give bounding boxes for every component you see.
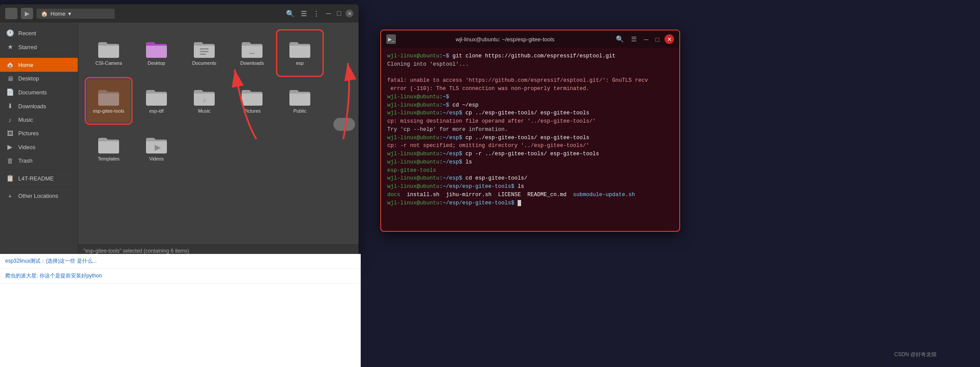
sidebar-item-label: Pictures <box>18 130 39 137</box>
sidebar-item-other-locations[interactable]: + Other Locations <box>0 189 78 203</box>
file-item-esp-gitee-tools[interactable]: esp-gitee-tools <box>87 79 130 123</box>
recent-icon: 🕐 <box>6 29 14 37</box>
back-button[interactable]: ◀ <box>5 8 17 19</box>
file-label: esp-idf <box>149 108 163 114</box>
terminal-line <box>387 69 673 77</box>
csdn-text: CSDN @好奇龙猫 <box>894 351 937 357</box>
file-label: Public <box>293 108 306 114</box>
file-label: Documents <box>192 60 216 66</box>
sidebar-item-pictures[interactable]: 🖼 Pictures <box>0 127 78 140</box>
music-icon: ♪ <box>6 116 14 123</box>
sidebar-item-documents[interactable]: 📄 Documents <box>0 85 78 99</box>
sidebar-item-videos[interactable]: ▶ Videos <box>0 140 78 154</box>
terminal-line: error (-110): The TLS connection was non… <box>387 85 673 93</box>
file-item-desktop[interactable]: Desktop <box>135 31 178 75</box>
minimize-button[interactable]: ─ <box>324 8 332 19</box>
file-label: esp-gitee-tools <box>93 108 124 114</box>
terminal-minimize-button[interactable]: ─ <box>642 35 650 44</box>
location-bar[interactable]: 🏠 Home ▾ <box>37 9 115 19</box>
folder-icon <box>145 87 168 107</box>
sidebar-item-label: Music <box>18 117 33 123</box>
folder-icon <box>97 40 120 59</box>
terminal-line: docs install.sh jihu-mirror.sh LICENSE R… <box>387 191 673 199</box>
sidebar-item-starred[interactable]: ★ Starred <box>0 40 78 54</box>
sidebar-item-home[interactable]: 🏠 Home <box>0 58 78 72</box>
sidebar: 🕐 Recent ★ Starred 🏠 Home 🖥 Desktop 📄 Do… <box>0 23 78 257</box>
dropdown-arrow: ▾ <box>68 10 71 17</box>
sidebar-item-downloads[interactable]: ⬇ Downloads <box>0 99 78 113</box>
terminal-line: Cloning into 'esptool'... <box>387 60 673 69</box>
file-item-documents[interactable]: Documents <box>183 31 226 75</box>
sidebar-divider <box>4 56 73 56</box>
file-item-esp-idf[interactable]: esp-idf <box>135 79 178 123</box>
file-item-videos[interactable]: Videos <box>135 127 178 170</box>
file-manager-body: 🕐 Recent ★ Starred 🏠 Home 🖥 Desktop 📄 Do… <box>0 23 359 257</box>
svg-rect-0 <box>200 48 209 50</box>
videos-icon: ▶ <box>6 143 14 151</box>
file-label: Templates <box>98 156 120 162</box>
terminal-line: wjl-linux@ubuntu:~$ cd ~/esp <box>387 101 673 110</box>
file-item-templates[interactable]: Templates <box>87 127 130 170</box>
forward-button[interactable]: ▶ <box>21 8 33 19</box>
file-label: Desktop <box>148 60 165 66</box>
sidebar-item-label: Starred <box>18 44 37 50</box>
file-item-pictures[interactable]: Pictures <box>230 79 274 123</box>
maximize-button[interactable]: □ <box>335 8 343 19</box>
terminal-close-button[interactable]: ✕ <box>664 34 674 44</box>
sidebar-item-recent[interactable]: 🕐 Recent <box>0 26 78 40</box>
file-label: Music <box>198 108 211 114</box>
terminal-title: wjl-linux@ubuntu: ~/esp/esp-gitee-tools <box>399 36 611 43</box>
grid-view-button[interactable]: ⋮ <box>311 8 322 20</box>
location-text: Home <box>50 10 66 17</box>
folder-icon <box>289 87 311 107</box>
trash-icon: 🗑 <box>6 157 14 164</box>
file-manager-window: ◀ ▶ 🏠 Home ▾ 🔍 ☰ ⋮ ─ □ ✕ 🕐 Recent ★ Star… <box>0 4 359 257</box>
terminal-line: fatal: unable to access 'https://github.… <box>387 77 673 85</box>
pictures-icon: 🖼 <box>6 130 14 137</box>
file-grid: CSI-Camera Desktop <box>78 23 359 244</box>
sidebar-item-l4t-readme[interactable]: 📋 L4T-README <box>0 171 78 185</box>
terminal-line: esp-gitee-tools <box>387 167 673 175</box>
sidebar-item-desktop[interactable]: 🖥 Desktop <box>0 72 78 85</box>
file-item-esp[interactable]: esp <box>278 31 322 75</box>
terminal-line: wjl-linux@ubuntu:~/esp$ cd esp-gitee-too… <box>387 174 673 183</box>
file-item-downloads[interactable]: Downloads <box>230 31 274 75</box>
terminal-line: wjl-linux@ubuntu:~/esp/esp-gitee-tools$ … <box>387 183 673 191</box>
terminal-maximize-button[interactable]: □ <box>654 35 661 44</box>
terminal-menu-button[interactable]: ☰ <box>629 34 638 44</box>
folder-icon <box>145 40 168 59</box>
sidebar-item-label: Downloads <box>18 103 46 110</box>
file-label: Videos <box>149 156 163 162</box>
file-label: Downloads <box>240 60 264 66</box>
file-label: Pictures <box>243 108 261 114</box>
sidebar-item-label: L4T-README <box>18 175 54 182</box>
sidebar-item-trash[interactable]: 🗑 Trash <box>0 154 78 167</box>
sidebar-item-label: Home <box>18 62 33 68</box>
view-options-button[interactable]: ☰ <box>299 8 309 20</box>
terminal-line: wjl-linux@ubuntu:~/esp$ cp ../esp-gitee-… <box>387 109 673 117</box>
statusbar-text: "esp-gitee-tools" selected (containing 6… <box>83 248 189 254</box>
titlebar-icons: 🔍 ☰ ⋮ ─ □ ✕ <box>284 8 353 20</box>
file-item-csi-camera[interactable]: CSI-Camera <box>87 31 130 75</box>
sidebar-item-label: Documents <box>18 89 47 96</box>
svg-text:♪: ♪ <box>203 96 206 103</box>
terminal-line: Try 'cp --help' for more information. <box>387 126 673 134</box>
file-manager-titlebar: ◀ ▶ 🏠 Home ▾ 🔍 ☰ ⋮ ─ □ ✕ <box>0 4 359 23</box>
blog-item-title[interactable]: 爬虫的派大星: 你这个是提前安装好python <box>5 273 102 279</box>
terminal-app-icon: ▶_ <box>386 34 396 44</box>
folder-icon <box>289 40 311 59</box>
file-item-public[interactable]: Public <box>278 79 322 123</box>
terminal-line: wjl-linux@ubuntu:~/esp$ ls <box>387 158 673 167</box>
terminal-titlebar: ▶_ wjl-linux@ubuntu: ~/esp/esp-gitee-too… <box>381 30 679 48</box>
svg-rect-4 <box>249 53 255 54</box>
terminal-search-button[interactable]: 🔍 <box>614 34 626 44</box>
search-button[interactable]: 🔍 <box>284 8 296 20</box>
folder-icon <box>241 87 263 107</box>
file-item-music[interactable]: ♪ Music <box>183 79 226 123</box>
sidebar-item-music[interactable]: ♪ Music <box>0 113 78 127</box>
blog-item-title[interactable]: esp32linux测试：(选择)这一些 是什么... <box>5 258 97 264</box>
starred-icon: ★ <box>6 43 14 51</box>
close-button[interactable]: ✕ <box>345 10 353 17</box>
terminal-titlebar-icons: 🔍 ☰ ─ □ ✕ <box>614 34 674 44</box>
scrollbar-thumb[interactable] <box>333 118 355 131</box>
